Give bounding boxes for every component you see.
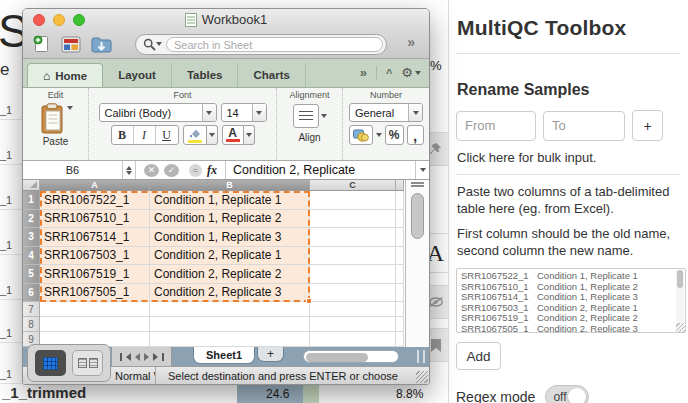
- new-workbook-button[interactable]: [33, 35, 51, 54]
- cell-b1[interactable]: Condition 1, Replicate 1: [150, 191, 310, 210]
- search-scope-caret-icon[interactable]: [156, 42, 162, 49]
- split-handle[interactable]: [411, 182, 424, 187]
- percent-format-button[interactable]: %: [385, 125, 404, 145]
- cell-b3[interactable]: Condition 1, Replicate 3: [150, 228, 310, 247]
- cell-a8[interactable]: [40, 317, 150, 332]
- accept-entry-button[interactable]: ✓: [164, 164, 179, 177]
- name-box-stepper[interactable]: [123, 161, 136, 179]
- row-header[interactable]: 3: [23, 228, 40, 247]
- font-color-button[interactable]: A: [222, 125, 244, 145]
- last-sheet-icon[interactable]: [162, 353, 164, 361]
- bold-button[interactable]: B: [112, 126, 134, 144]
- name-box[interactable]: B6: [23, 161, 123, 179]
- align-button[interactable]: [293, 104, 327, 128]
- font-color-caret[interactable]: [244, 125, 255, 145]
- cell-c6[interactable]: [310, 284, 396, 303]
- select-all-corner[interactable]: [23, 180, 40, 191]
- last-sheet-icon[interactable]: [153, 353, 158, 361]
- font-size-select[interactable]: 14: [221, 103, 267, 122]
- cell-a2[interactable]: SRR1067510_1: [40, 210, 150, 229]
- previous-sheet-icon[interactable]: [126, 353, 131, 361]
- toolbar-overflow-icon[interactable]: »: [407, 34, 415, 50]
- bulk-input-link[interactable]: Click here for bulk input.: [457, 150, 680, 165]
- regex-mode-toggle[interactable]: off: [545, 385, 589, 403]
- formula-bar-value[interactable]: Condition 2, Replicate: [226, 163, 415, 177]
- rename-to-input[interactable]: [543, 111, 625, 141]
- column-header-a[interactable]: A: [40, 180, 150, 191]
- vertical-scrollbar-thumb[interactable]: [411, 193, 424, 239]
- add-button[interactable]: Add: [456, 342, 501, 370]
- cell-b6[interactable]: Condition 2, Replicate 3: [150, 284, 310, 303]
- row-header[interactable]: 2: [23, 210, 40, 229]
- font-name-select[interactable]: Calibri (Body): [99, 103, 217, 122]
- horizontal-scrollbar[interactable]: [303, 350, 399, 363]
- minimize-window-button[interactable]: [53, 14, 65, 26]
- cell-a3[interactable]: SRR1067514_1: [40, 228, 150, 247]
- cell-c5[interactable]: [310, 265, 396, 284]
- next-sheet-icon[interactable]: [144, 353, 149, 361]
- formula-bar-expand[interactable]: [415, 161, 429, 179]
- cell-a5[interactable]: SRR1067519_1: [40, 265, 150, 284]
- pane-split-grip[interactable]: [417, 350, 425, 363]
- row-header[interactable]: 5: [23, 265, 40, 284]
- rename-from-input[interactable]: [456, 111, 536, 141]
- comma-format-button[interactable]: ,: [407, 125, 424, 145]
- sheet-nav-buttons[interactable]: [112, 347, 172, 366]
- first-sheet-icon[interactable]: [120, 353, 122, 361]
- collapse-ribbon-icon[interactable]: ^: [386, 67, 392, 79]
- bulk-rename-textarea[interactable]: SRR1067522_1Condition 1, Replicate 1 SRR…: [456, 268, 686, 333]
- cell-c2[interactable]: [310, 210, 396, 229]
- textarea-resize-grip[interactable]: [676, 323, 685, 332]
- open-file-button[interactable]: [91, 36, 112, 53]
- page-layout-view-button[interactable]: [72, 350, 103, 376]
- paste-button[interactable]: [39, 103, 73, 135]
- cell-c9[interactable]: [310, 332, 396, 347]
- cancel-entry-button[interactable]: ✕: [144, 164, 159, 177]
- column-header-c[interactable]: C: [310, 180, 396, 191]
- cell-a1[interactable]: SRR1067522_1: [40, 191, 150, 210]
- cell-b5[interactable]: Condition 2, Replicate 2: [150, 265, 310, 284]
- window-resize-grip[interactable]: [416, 371, 428, 383]
- font-name-caret[interactable]: [202, 104, 216, 121]
- tab-tables[interactable]: Tables: [172, 63, 239, 87]
- italic-button[interactable]: I: [134, 126, 156, 144]
- currency-caret-icon[interactable]: [376, 133, 382, 140]
- cell-c8[interactable]: [310, 317, 396, 332]
- cell-c7[interactable]: [310, 302, 396, 317]
- normal-view-button[interactable]: [35, 350, 66, 376]
- cell-b7[interactable]: [150, 302, 310, 317]
- search-field[interactable]: Search in Sheet: [135, 34, 387, 55]
- cell-a6[interactable]: SRR1067505_1: [40, 284, 150, 303]
- tab-overflow-icon[interactable]: »: [360, 65, 367, 80]
- sheet-tab-sheet1[interactable]: Sheet1: [193, 347, 255, 364]
- equals-icon[interactable]: =: [189, 164, 202, 177]
- gallery-button[interactable]: [61, 36, 81, 53]
- fill-color-button[interactable]: [183, 125, 207, 145]
- currency-format-button[interactable]: [349, 125, 373, 145]
- font-size-caret[interactable]: [252, 104, 266, 121]
- close-window-button[interactable]: [33, 14, 45, 26]
- number-format-caret[interactable]: [408, 104, 422, 121]
- vertical-scrollbar[interactable]: [405, 180, 429, 347]
- insert-function-button[interactable]: fx: [207, 163, 217, 178]
- cell-b2[interactable]: Condition 1, Replicate 2: [150, 210, 310, 229]
- row-header[interactable]: 7: [23, 302, 40, 317]
- cell-b4[interactable]: Condition 2, Replicate 1: [150, 247, 310, 266]
- column-header-b[interactable]: B: [150, 180, 310, 191]
- add-sheet-button[interactable]: +: [257, 347, 284, 362]
- row-header[interactable]: 8: [23, 317, 40, 332]
- horizontal-scrollbar-thumb[interactable]: [306, 353, 368, 362]
- cell-c4[interactable]: [310, 247, 396, 266]
- cell-a7[interactable]: [40, 302, 150, 317]
- textarea-scrollbar-thumb[interactable]: [677, 270, 683, 288]
- cell-b9[interactable]: [150, 332, 310, 347]
- ribbon-settings-button[interactable]: ⚙: [401, 65, 421, 80]
- row-header[interactable]: 6: [23, 284, 40, 303]
- window-titlebar[interactable]: Workbook1: [23, 9, 429, 30]
- tab-charts[interactable]: Charts: [238, 63, 305, 87]
- row-header[interactable]: 1: [23, 191, 40, 210]
- add-rename-pair-button[interactable]: +: [632, 110, 663, 141]
- fill-color-caret[interactable]: [207, 125, 218, 145]
- number-format-select[interactable]: General: [349, 103, 423, 122]
- cell-c3[interactable]: [310, 228, 396, 247]
